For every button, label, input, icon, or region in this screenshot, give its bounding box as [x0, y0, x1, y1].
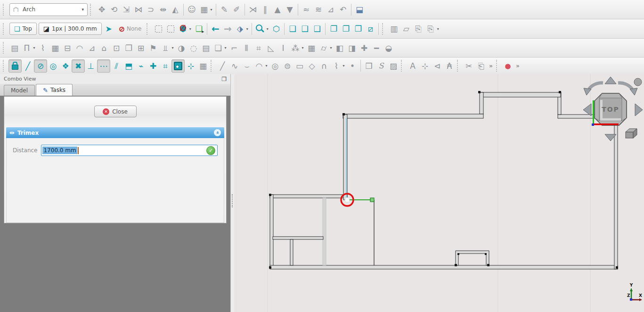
snap-lock-icon[interactable] — [8, 59, 22, 73]
autogroup-selector[interactable]: ⊘ None — [119, 25, 142, 33]
draft-flip-direction-icon[interactable]: ↶ — [337, 3, 349, 16]
draft-text-icon[interactable]: A — [407, 60, 419, 72]
snap-near-icon[interactable]: ⌁ — [135, 60, 147, 72]
arch-fixture-icon[interactable]: ⫫ — [159, 42, 171, 54]
arch-window-grid-icon[interactable]: ⊞ — [135, 42, 147, 54]
arch-cut-with-line-icon[interactable]: ◨ — [346, 42, 358, 54]
box-selection-icon[interactable] — [152, 23, 164, 35]
arch-fence-icon[interactable]: ⌗ — [253, 42, 265, 54]
arch-axis-system-icon[interactable]: ◌ — [187, 42, 200, 54]
draft-mirror-icon[interactable]: ⋈ — [132, 3, 145, 16]
navigate-back-icon[interactable]: ← — [209, 23, 221, 35]
arch-rebar-icon[interactable]: ⌇ — [37, 42, 49, 54]
draft-downgrade-icon[interactable]: ▼ — [284, 3, 296, 16]
snap-intersection-icon[interactable]: ✖ — [72, 59, 85, 73]
draft-circle-icon[interactable]: ◎ — [269, 60, 281, 72]
draft-bezier-icon[interactable]: ⌇ — [330, 60, 342, 72]
snap-angle-icon[interactable]: ❖ — [59, 60, 72, 72]
snap-parallel-icon[interactable]: ⫽ — [110, 60, 122, 72]
snap-ortho-icon[interactable]: ✚ — [147, 60, 159, 72]
tab-model[interactable]: Model — [4, 85, 35, 96]
toolbar-grip[interactable] — [211, 60, 214, 72]
view-rear-icon[interactable]: ❐ — [327, 23, 340, 35]
arch-dome-icon[interactable]: ◠ — [73, 42, 86, 54]
navigation-cube[interactable]: TOP — [583, 77, 643, 141]
collapse-section-button[interactable]: » — [214, 129, 221, 136]
macro-record-icon[interactable]: ● — [502, 60, 514, 72]
toolbar-grip[interactable] — [3, 60, 6, 72]
draft-rotate-icon[interactable]: ⟲ — [108, 3, 120, 16]
zoom-icon[interactable] — [254, 23, 266, 35]
toolbar-grip[interactable] — [3, 42, 6, 54]
arch-pipe-icon[interactable]: ⌭ — [318, 42, 330, 54]
arch-part-icon[interactable]: ❐ — [122, 42, 135, 54]
arch-frame-icon[interactable]: ⫴ — [240, 42, 253, 54]
draft-slope-icon[interactable]: ⊿ — [325, 3, 337, 16]
draft-line-icon[interactable]: ╱ — [216, 60, 228, 72]
float-panel-icon[interactable]: ❐ — [221, 76, 227, 82]
draft-ellipse-icon[interactable]: ⊜ — [281, 60, 293, 72]
arch-structure-icon[interactable]: Π — [21, 42, 33, 54]
snap-extension-icon[interactable]: ⋯ — [97, 59, 110, 73]
draft-edit-curve-icon[interactable]: ≋ — [312, 3, 325, 16]
draft-wire-icon[interactable]: ∿ — [228, 60, 241, 72]
measure-distance-icon[interactable]: ⧄ — [364, 23, 376, 35]
arch-section-plane-icon[interactable]: ⊡ — [110, 42, 122, 54]
snap-center-icon[interactable]: ◎ — [47, 60, 59, 72]
share-icon[interactable]: ⎘ — [424, 23, 437, 35]
arch-equipment-icon[interactable]: ⌐ — [228, 42, 240, 54]
view-left-icon[interactable]: ❐ — [352, 23, 364, 35]
fit-all-icon[interactable]: ⬗ — [234, 23, 246, 35]
export-icon[interactable]: ⎘ — [412, 23, 424, 35]
draft-facebinder-icon[interactable]: ❒ — [363, 60, 375, 72]
draft-edit-icon[interactable]: ✎ — [218, 3, 230, 16]
trimex-header[interactable]: ⇹ Trimex » — [6, 127, 224, 138]
open-folder-icon[interactable]: ▱ — [400, 23, 412, 35]
close-task-button[interactable]: ✕ Close — [94, 106, 137, 117]
draft-label-icon[interactable]: ⊲ — [431, 60, 443, 72]
viewport-3d[interactable]: TOP — [234, 74, 644, 312]
toolbar-grip[interactable] — [3, 23, 6, 35]
draft-array-icon[interactable]: ▦ — [198, 3, 210, 16]
arch-survey-icon[interactable]: ◒ — [383, 42, 395, 54]
annotation-styles-icon[interactable]: ₳ — [443, 60, 456, 72]
draft-scale-icon[interactable]: ⇲ — [120, 3, 132, 16]
draft-point-icon[interactable]: • — [346, 60, 359, 72]
toolbar-grip[interactable] — [496, 60, 499, 72]
arch-material-icon[interactable]: ⁂ — [289, 42, 302, 54]
arch-wall-icon[interactable]: ▤ — [8, 42, 21, 54]
arch-window-icon[interactable]: ⊟ — [61, 42, 73, 54]
arch-axis-icon[interactable]: ◑ — [175, 42, 187, 54]
snap-special-icon[interactable]: ⬒ — [122, 60, 135, 72]
draft-stretch-icon[interactable]: ◭ — [169, 3, 181, 16]
arch-cut-plane-icon[interactable]: ◧ — [334, 42, 346, 54]
edge-node-handle[interactable] — [370, 198, 374, 202]
snap-midpoint-icon[interactable]: ⊘ — [34, 59, 47, 73]
line-style-button[interactable]: ◪ 1px | 300.0 mm — [39, 23, 102, 35]
toolbar-grip[interactable] — [382, 23, 385, 35]
draft-upgrade-icon[interactable]: ▲ — [271, 3, 284, 16]
draft-split-icon[interactable]: ∥ — [259, 3, 271, 16]
snap-grid-icon[interactable]: ⌗ — [159, 60, 171, 72]
arch-stairs-icon[interactable]: ▤ — [200, 42, 212, 54]
arch-reference-icon[interactable]: ⚑ — [147, 42, 159, 54]
toolbar-grip[interactable] — [401, 60, 404, 72]
toggle-snap-icon[interactable]: ⬢∅ — [177, 23, 189, 35]
navigate-forward-icon[interactable]: → — [221, 23, 234, 35]
autogroup-arrow-icon[interactable]: ➤ — [103, 23, 115, 35]
draft-clone-icon[interactable]: ☺ — [186, 3, 198, 16]
working-plane-button[interactable]: ❑ Top — [9, 23, 37, 35]
draft-join-icon[interactable]: ⋊ — [247, 3, 259, 16]
view-right-icon[interactable]: ❑ — [311, 23, 323, 35]
toggle-grid-icon[interactable]: ▦ — [197, 60, 209, 72]
draft-shape2dview-icon[interactable]: ⬓ — [353, 3, 366, 16]
draft-fillet-icon[interactable]: ⌣ — [241, 60, 253, 72]
draft-move-icon[interactable]: ✥ — [96, 3, 108, 16]
snap-perpendicular-icon[interactable]: ⊥ — [85, 60, 97, 72]
snap-working-plane-icon[interactable] — [171, 59, 185, 73]
arch-schedule-icon[interactable]: ▦ — [305, 42, 318, 54]
draft-arc-icon[interactable]: ◠ — [253, 60, 265, 72]
draft-rectangle-icon[interactable]: ▭ — [293, 60, 306, 72]
paste-icon[interactable]: ⎗ — [475, 60, 487, 72]
distance-input[interactable]: 1700.0 mm ✓ — [41, 145, 218, 156]
